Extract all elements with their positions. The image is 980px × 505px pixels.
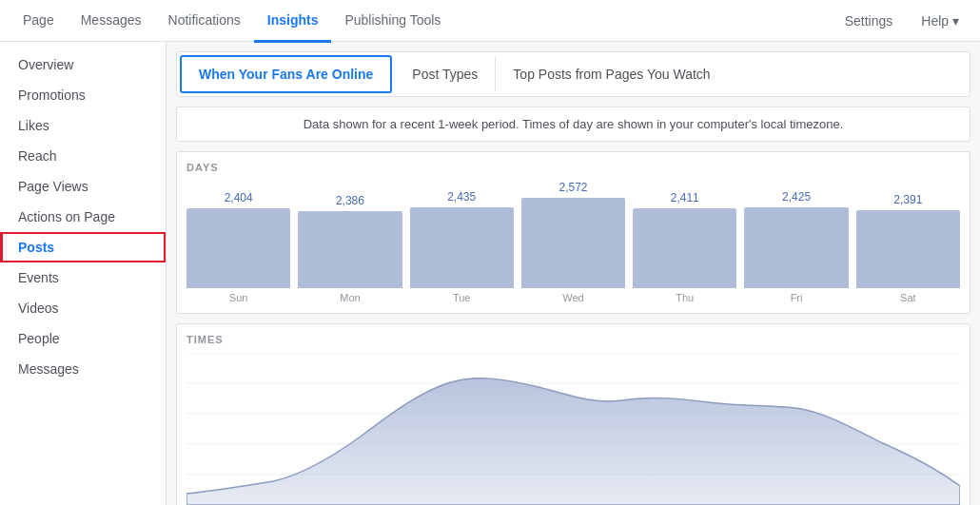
days-chart: 2,404Sun2,386Mon2,435Tue2,572Wed2,411Thu…	[186, 181, 960, 303]
day-value: 2,391	[893, 193, 922, 206]
day-column: 2,572Wed	[521, 181, 625, 303]
day-value: 2,435	[447, 190, 476, 204]
top-nav-left: Page Messages Notifications Insights Pub…	[10, 0, 833, 42]
main-content: When Your Fans Are Online Post Types Top…	[167, 42, 980, 505]
tab-when-fans-online[interactable]: When Your Fans Are Online	[180, 55, 392, 93]
day-label: Thu	[676, 292, 694, 303]
day-value: 2,386	[336, 194, 364, 207]
day-column: 2,435Tue	[410, 190, 514, 304]
sub-tabs: When Your Fans Are Online Post Types Top…	[176, 51, 970, 97]
day-bar	[298, 211, 402, 288]
nav-item-insights[interactable]: Insights	[254, 1, 332, 43]
nav-item-notifications[interactable]: Notifications	[155, 1, 254, 43]
day-label: Wed	[562, 292, 583, 303]
tab-post-types[interactable]: Post Types	[395, 57, 496, 91]
sidebar-item-promotions[interactable]: Promotions	[0, 80, 166, 110]
help-button[interactable]: Help ▾	[910, 7, 970, 35]
settings-button[interactable]: Settings	[833, 7, 905, 35]
sidebar-item-page-views[interactable]: Page Views	[0, 171, 166, 202]
sidebar-item-overview[interactable]: Overview	[0, 49, 166, 80]
sidebar-item-messages[interactable]: Messages	[0, 354, 166, 384]
day-column: 2,404Sun	[186, 191, 290, 303]
day-bar	[744, 207, 848, 289]
day-bar	[633, 208, 736, 288]
info-bar: Data shown for a recent 1-week period. T…	[176, 107, 970, 142]
days-label: DAYS	[186, 162, 960, 173]
day-label: Sat	[900, 292, 916, 303]
day-bar	[856, 210, 960, 288]
day-column: 2,411Thu	[633, 191, 736, 303]
day-label: Mon	[340, 292, 360, 303]
day-bar	[186, 208, 290, 288]
day-label: Tue	[453, 292, 471, 303]
nav-item-page[interactable]: Page	[10, 1, 68, 43]
day-bar	[521, 198, 625, 288]
sidebar-item-people[interactable]: People	[0, 323, 166, 354]
top-nav: Page Messages Notifications Insights Pub…	[0, 0, 980, 42]
times-chart-area: 3:00am6:00am9:00am3:00pm6:00pm9:00pm	[186, 353, 960, 505]
day-bar	[410, 207, 514, 289]
day-column: 2,425Fri	[744, 190, 848, 304]
day-label: Sun	[229, 292, 248, 303]
sidebar: Overview Promotions Likes Reach Page Vie…	[0, 42, 167, 505]
day-value: 2,572	[559, 181, 587, 194]
layout: Overview Promotions Likes Reach Page Vie…	[0, 42, 980, 505]
times-section: TIMES 02004006008001,000	[176, 323, 970, 505]
sidebar-item-videos[interactable]: Videos	[0, 293, 166, 323]
nav-item-messages[interactable]: Messages	[68, 1, 155, 43]
top-nav-right: Settings Help ▾	[833, 7, 970, 35]
info-text: Data shown for a recent 1-week period. T…	[304, 117, 844, 131]
area-chart	[186, 353, 960, 505]
day-label: Fri	[791, 292, 803, 303]
day-value: 2,425	[782, 190, 811, 204]
sidebar-item-actions-on-page[interactable]: Actions on Page	[0, 202, 166, 232]
sidebar-item-reach[interactable]: Reach	[0, 141, 166, 171]
day-column: 2,386Mon	[298, 194, 402, 303]
days-section: DAYS 2,404Sun2,386Mon2,435Tue2,572Wed2,4…	[176, 151, 970, 314]
sidebar-item-events[interactable]: Events	[0, 262, 166, 293]
nav-item-publishing-tools[interactable]: Publishing Tools	[331, 1, 454, 43]
day-value: 2,411	[671, 191, 699, 204]
day-value: 2,404	[225, 191, 253, 204]
tab-top-posts[interactable]: Top Posts from Pages You Watch	[496, 57, 727, 91]
times-label: TIMES	[186, 334, 960, 345]
sidebar-item-likes[interactable]: Likes	[0, 110, 166, 141]
day-column: 2,391Sat	[856, 193, 960, 303]
sidebar-item-posts[interactable]: Posts	[0, 232, 166, 262]
